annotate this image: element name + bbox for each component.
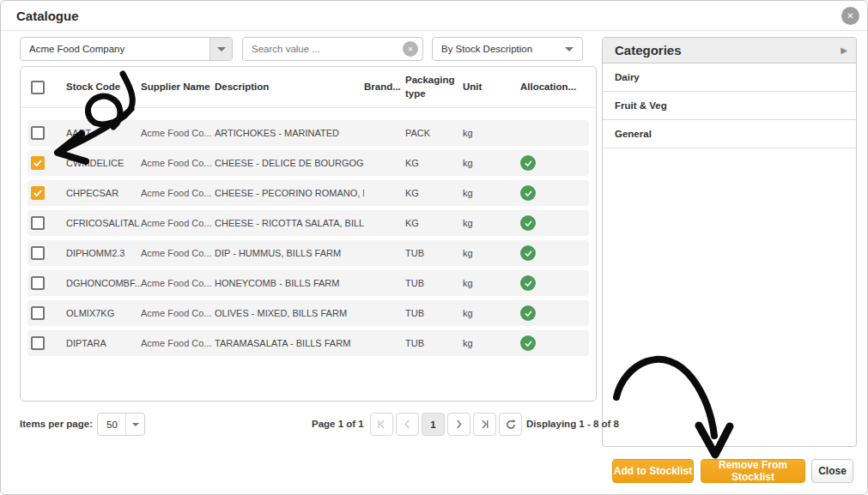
- last-page-button[interactable]: [473, 413, 496, 436]
- search-clear-button[interactable]: ✕: [403, 41, 418, 57]
- cell-description: CHEESE - PECORINO ROMANO, BI...: [215, 188, 364, 198]
- cell-unit: kg: [463, 308, 520, 318]
- prev-page-button[interactable]: [396, 413, 419, 436]
- table-row[interactable]: DGHONCOMBF... Acme Food Co... HONEYCOMB …: [27, 270, 589, 296]
- cell-unit: kg: [463, 158, 520, 168]
- row-checkbox[interactable]: [31, 156, 45, 170]
- cell-description: DIP - HUMMUS, BILLS FARM: [215, 248, 364, 258]
- header-brand[interactable]: Brand...: [364, 81, 405, 94]
- header-unit[interactable]: Unit: [463, 81, 520, 94]
- table-row[interactable]: CFRICOSALITAL Acme Food Co... CHEESE - R…: [27, 210, 589, 236]
- refresh-icon: [505, 419, 517, 431]
- allocation-ok-icon: [520, 335, 536, 351]
- cell-description: OLIVES - MIXED, BILLS FARM: [215, 308, 364, 318]
- table-header-row: Stock Code Supplier Name Description Bra…: [21, 67, 596, 108]
- dialog-title: Catalogue: [16, 9, 79, 23]
- cell-unit: kg: [463, 128, 520, 138]
- cell-allocation: [520, 305, 589, 321]
- cell-allocation: [520, 335, 589, 351]
- close-button[interactable]: Close: [811, 459, 853, 483]
- remove-from-stocklist-button[interactable]: Remove From Stocklist: [701, 459, 805, 483]
- category-label: Fruit & Veg: [615, 100, 667, 111]
- allocation-ok-icon: [520, 305, 536, 321]
- allocation-ok-icon: [520, 215, 536, 231]
- add-to-stocklist-button[interactable]: Add to Stocklist: [612, 459, 694, 483]
- check-icon: [33, 158, 43, 168]
- cell-stock-code: CFRICOSALITAL: [66, 218, 141, 228]
- row-checkbox[interactable]: [31, 186, 45, 200]
- items-per-page-trigger[interactable]: [125, 414, 144, 435]
- dialog-titlebar: Catalogue: [1, 1, 867, 31]
- page-of-label: Page 1 of 1: [312, 419, 364, 429]
- category-item[interactable]: Dairy: [603, 63, 856, 92]
- cell-allocation: [520, 245, 589, 261]
- cell-stock-code: DIPHOMM2.3: [66, 248, 141, 258]
- categories-header[interactable]: Categories ▶: [603, 38, 856, 63]
- stock-table: Stock Code Supplier Name Description Bra…: [20, 66, 597, 401]
- table-body: AART Acme Food Co... ARTICHOKES - MARINA…: [21, 108, 596, 356]
- first-page-button[interactable]: [370, 413, 393, 436]
- select-all-checkbox[interactable]: [31, 81, 45, 94]
- supplier-select-trigger[interactable]: [209, 38, 232, 60]
- header-stock-code[interactable]: Stock Code: [66, 81, 141, 94]
- allocation-ok-icon: [520, 275, 536, 291]
- cell-supplier-name: Acme Food Co...: [141, 338, 215, 348]
- dialog-close-button[interactable]: ✕: [841, 7, 859, 25]
- next-page-button[interactable]: [447, 413, 470, 436]
- row-checkbox[interactable]: [31, 306, 45, 320]
- cell-supplier-name: Acme Food Co...: [141, 128, 215, 138]
- table-row[interactable]: DIPTARA Acme Food Co... TARAMASALATA - B…: [27, 330, 589, 356]
- cell-allocation: [520, 185, 589, 201]
- row-checkbox[interactable]: [31, 276, 45, 290]
- table-row[interactable]: AART Acme Food Co... ARTICHOKES - MARINA…: [27, 120, 589, 146]
- cell-unit: kg: [463, 278, 520, 288]
- categories-list: Dairy Fruit & Veg General: [603, 63, 856, 148]
- cell-stock-code: DGHONCOMBF...: [66, 278, 141, 288]
- catalogue-dialog: Catalogue ✕ Acme Food Company ✕ By Stock…: [0, 0, 868, 495]
- cell-unit: kg: [463, 248, 520, 258]
- items-per-page-select[interactable]: 50: [97, 413, 145, 436]
- supplier-select-value: Acme Food Company: [21, 44, 209, 54]
- category-item[interactable]: General: [603, 120, 856, 148]
- refresh-button[interactable]: [499, 413, 522, 436]
- cell-packaging-type: TUB: [405, 278, 463, 288]
- cell-supplier-name: Acme Food Co...: [141, 308, 215, 318]
- sort-select[interactable]: By Stock Description: [432, 37, 583, 61]
- header-supplier-name[interactable]: Supplier Name: [141, 81, 215, 94]
- table-row[interactable]: OLMIX7KG Acme Food Co... OLIVES - MIXED,…: [27, 300, 589, 326]
- cell-supplier-name: Acme Food Co...: [141, 188, 215, 198]
- first-page-icon: [376, 419, 387, 430]
- table-row[interactable]: DIPHOMM2.3 Acme Food Co... DIP - HUMMUS,…: [27, 240, 589, 266]
- cell-packaging-type: TUB: [405, 308, 463, 318]
- row-checkbox[interactable]: [31, 246, 45, 260]
- displaying-label: Displaying 1 - 8 of 8: [526, 419, 619, 429]
- category-item[interactable]: Fruit & Veg: [603, 92, 856, 120]
- next-page-icon: [453, 419, 464, 430]
- header-allocation[interactable]: Allocation...: [520, 81, 589, 94]
- search-input[interactable]: [243, 44, 403, 54]
- supplier-select[interactable]: Acme Food Company: [20, 37, 233, 61]
- cell-supplier-name: Acme Food Co...: [141, 278, 215, 288]
- cell-allocation: [520, 125, 589, 141]
- cell-packaging-type: KG: [405, 218, 463, 228]
- header-packaging-type[interactable]: Packaging type: [405, 74, 463, 100]
- category-label: General: [615, 129, 652, 139]
- cell-unit: kg: [463, 188, 520, 198]
- row-checkbox[interactable]: [31, 336, 45, 350]
- header-description[interactable]: Description: [215, 81, 364, 94]
- row-checkbox[interactable]: [31, 216, 45, 230]
- cell-packaging-type: TUB: [405, 338, 463, 348]
- cell-description: ARTICHOKES - MARINATED: [215, 128, 364, 138]
- current-page-button[interactable]: 1: [422, 413, 445, 436]
- cell-description: CHEESE - RICOTTA SALATA, BILLS...: [215, 218, 364, 228]
- allocation-ok-icon: [520, 155, 536, 171]
- row-checkbox[interactable]: [31, 126, 45, 140]
- search-field: ✕: [242, 37, 423, 61]
- current-page-number: 1: [430, 420, 435, 430]
- table-row[interactable]: CWMDELICE Acme Food Co... CHEESE - DELIC…: [27, 150, 589, 176]
- chevron-down-icon: [217, 47, 226, 51]
- last-page-icon: [479, 419, 490, 430]
- table-row[interactable]: CHPECSAR Acme Food Co... CHEESE - PECORI…: [27, 180, 589, 206]
- cell-stock-code: OLMIX7KG: [66, 308, 141, 318]
- categories-panel: Categories ▶ Dairy Fruit & Veg General: [602, 37, 857, 447]
